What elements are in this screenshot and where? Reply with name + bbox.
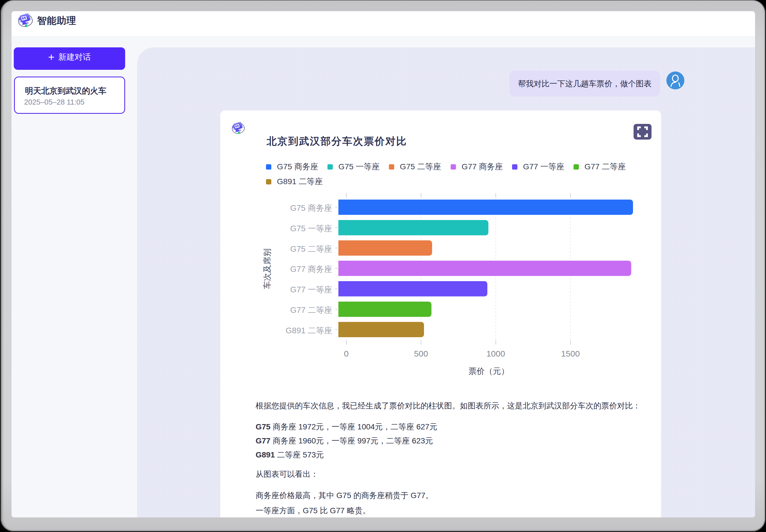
svg-text:500: 500 (414, 349, 428, 358)
svg-text:G75 二等座: G75 二等座 (290, 244, 332, 253)
svg-text:G891 二等座: G891 二等座 (286, 326, 332, 335)
svg-text:0: 0 (344, 349, 349, 358)
svg-text:票价（元）: 票价（元） (469, 367, 509, 376)
svg-text:1500: 1500 (561, 349, 580, 358)
svg-text:车次及席别: 车次及席别 (263, 249, 272, 289)
svg-text:G75 商务座: G75 商务座 (290, 203, 332, 212)
svg-text:G77 一等座: G77 一等座 (290, 285, 332, 294)
svg-text:1000: 1000 (486, 349, 505, 358)
svg-text:G77 商务座: G77 商务座 (290, 265, 332, 274)
svg-text:G75 一等座: G75 一等座 (290, 224, 332, 233)
svg-text:G77 二等座: G77 二等座 (290, 306, 332, 314)
